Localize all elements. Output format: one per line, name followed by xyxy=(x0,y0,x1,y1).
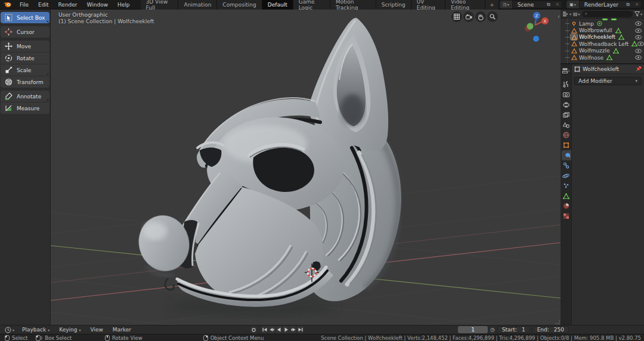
visibility-eye-icon[interactable] xyxy=(637,42,644,46)
outliner-search-input[interactable]: ⌕ xyxy=(582,11,633,17)
unlink-render-layer-icon[interactable]: ✕ xyxy=(633,2,641,7)
tab-game-logic[interactable]: Game Logic xyxy=(293,0,330,10)
visibility-eye-icon[interactable] xyxy=(635,55,642,60)
menu-edit[interactable]: Edit xyxy=(33,0,53,10)
menu-help[interactable]: Help xyxy=(113,0,135,10)
outliner-row-wolfmuzzle[interactable]: Wolfmuzzle xyxy=(561,48,644,54)
tab-animation[interactable]: Animation xyxy=(178,0,217,10)
render-layer-name[interactable]: RenderLayer xyxy=(580,2,623,8)
pan-view-button[interactable] xyxy=(475,11,486,22)
tab-particles[interactable] xyxy=(561,181,571,191)
navigation-gizmo[interactable]: Z X xyxy=(523,11,552,45)
tool-annotate[interactable]: Annotate xyxy=(1,91,49,102)
tab-scripting[interactable]: Scripting xyxy=(376,0,411,10)
editor-type-selector[interactable] xyxy=(561,66,571,76)
visibility-eye-icon[interactable] xyxy=(635,29,642,33)
jump-to-start-button[interactable] xyxy=(261,326,268,333)
add-modifier-dropdown[interactable]: Add Modifier ▾ xyxy=(574,77,642,85)
browse-scene-icon[interactable]: ◳▾ xyxy=(500,1,513,8)
pin-icon[interactable]: 📌 xyxy=(636,66,642,72)
new-scene-icon[interactable]: ⧉ xyxy=(544,2,553,8)
toggle-grid-button[interactable] xyxy=(451,11,462,22)
outliner-item-label: Lamp xyxy=(579,21,594,27)
frame-start-field[interactable]: Start: 1 xyxy=(497,326,530,333)
tab-uv-editing[interactable]: UV Editing xyxy=(411,0,445,10)
current-frame-field[interactable]: 1 xyxy=(458,326,488,333)
frame-end-field[interactable]: End: 250 xyxy=(532,326,569,333)
tab-material[interactable] xyxy=(561,201,571,211)
tab-constraints[interactable] xyxy=(561,160,571,170)
3d-viewport[interactable]: User Orthographic (1) Scene Collection |… xyxy=(51,10,561,325)
tab-output[interactable] xyxy=(561,100,571,110)
next-keyframe-button[interactable] xyxy=(290,326,296,333)
tab-video-editing[interactable]: Video Editing xyxy=(445,0,485,10)
wolf-head-mesh[interactable] xyxy=(133,18,401,316)
outliner-mode-icon xyxy=(562,11,569,17)
outliner-display-mode-dropdown[interactable]: ▾ xyxy=(562,11,571,17)
play-reverse-button[interactable] xyxy=(275,326,282,333)
tool-transform[interactable]: Transform xyxy=(1,76,49,88)
timeline-menu-marker[interactable]: Marker xyxy=(109,327,135,333)
camera-view-button[interactable] xyxy=(463,11,474,22)
timeline-editor-type-button[interactable]: ▾ xyxy=(2,327,17,333)
timeline-menu-playback[interactable]: Playback▾ xyxy=(18,327,54,333)
outliner-row-wolfbrowfull[interactable]: Wolfbrowfull xyxy=(561,27,644,33)
prev-keyframe-button[interactable] xyxy=(268,326,275,333)
render-layer-datablock: ▣▾ RenderLayer ⧉ ✕ xyxy=(566,1,642,8)
outliner-collection-dropdown[interactable]: ▤▾ xyxy=(573,11,580,17)
outliner-item-label: Wolfnose xyxy=(579,55,603,61)
tab-texture[interactable] xyxy=(561,211,571,221)
outliner-row-lamp[interactable]: Lamp xyxy=(561,20,644,27)
sidebar-collapse-arrow[interactable]: ‹ xyxy=(558,13,560,20)
menu-render[interactable]: Render xyxy=(54,0,82,10)
properties-breadcrumb: Wolfcheekleft 📌 xyxy=(572,64,644,74)
tab-3d-view-full[interactable]: 3D View Full xyxy=(141,0,179,10)
zoom-view-button[interactable] xyxy=(487,11,498,22)
auto-keying-record-button[interactable] xyxy=(250,326,257,333)
tool-cursor[interactable]: Cursor xyxy=(1,26,49,38)
gizmo-y-axis[interactable] xyxy=(527,23,534,30)
tab-compositing[interactable]: Compositing xyxy=(217,0,262,10)
outliner-row-wolfheadback-left[interactable]: Wolfheadback Left xyxy=(561,41,644,47)
tool-select-box[interactable]: Select Box xyxy=(1,12,49,23)
visibility-eye-icon[interactable] xyxy=(635,49,642,53)
tab-tool[interactable] xyxy=(561,79,571,89)
timeline-menu-keying[interactable]: Keying▾ xyxy=(55,327,85,333)
scene-name[interactable]: Scene xyxy=(513,2,544,8)
tab-physics[interactable] xyxy=(561,170,571,181)
tab-modifiers[interactable] xyxy=(562,150,571,160)
timeline-menu-view[interactable]: View xyxy=(86,327,107,333)
tool-rotate[interactable]: Rotate xyxy=(1,52,49,64)
menu-file[interactable]: File xyxy=(15,0,33,10)
menu-window[interactable]: Window xyxy=(82,0,113,10)
use-preview-range-icon[interactable]: ◷ xyxy=(490,327,495,333)
add-workspace-button[interactable]: + xyxy=(485,0,499,10)
outliner-item-label: Wolfmuzzle xyxy=(579,48,610,54)
jump-to-end-button[interactable] xyxy=(297,326,304,333)
transform-tool-icon xyxy=(5,78,13,86)
tool-scale[interactable]: Scale xyxy=(1,64,49,76)
outliner-row-wolfcheekleft[interactable]: Wolfcheekleft xyxy=(561,34,644,41)
tab-world[interactable] xyxy=(561,130,571,140)
unlink-scene-icon[interactable]: ✕ xyxy=(553,2,562,7)
tab-scene[interactable] xyxy=(561,120,571,130)
tab-view-layer[interactable] xyxy=(561,110,571,120)
new-render-layer-icon[interactable]: ⧉ xyxy=(623,2,633,8)
visibility-eye-icon[interactable] xyxy=(635,21,642,26)
blender-logo-icon[interactable] xyxy=(4,1,11,8)
outliner-filter-dropdown[interactable]: ▾ xyxy=(634,11,642,17)
browse-render-layer-icon[interactable]: ▣▾ xyxy=(566,1,580,8)
visibility-eye-icon[interactable] xyxy=(635,35,642,39)
active-object-label: (1) Scene Collection | Wolfcheekleft xyxy=(58,18,154,24)
area-resize-corner[interactable] xyxy=(555,320,560,324)
outliner-row-wolfnose[interactable]: Wolfnose xyxy=(561,54,644,61)
tool-move[interactable]: Move xyxy=(1,41,49,52)
tab-object-data[interactable] xyxy=(561,191,571,201)
gizmo-orbit-dot[interactable] xyxy=(533,36,539,42)
tab-default[interactable]: Default xyxy=(262,0,293,10)
play-button[interactable] xyxy=(283,326,289,333)
tab-render[interactable] xyxy=(561,89,571,100)
tab-object[interactable] xyxy=(561,140,571,150)
tab-motion-tracking[interactable]: Motion Tracking xyxy=(330,0,376,10)
tool-measure[interactable]: Measure xyxy=(1,103,49,114)
